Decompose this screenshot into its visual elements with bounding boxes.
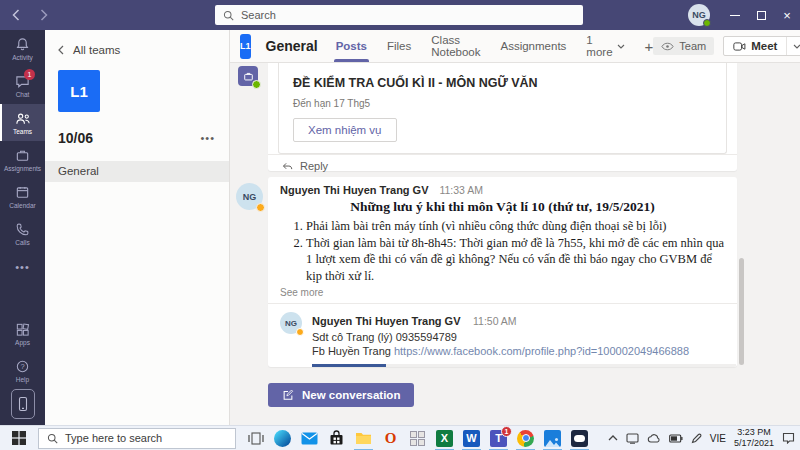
store-icon[interactable]	[323, 426, 350, 450]
sidebar-item-calls[interactable]: Calls	[0, 215, 45, 252]
help-icon: ?	[15, 359, 30, 374]
team-name[interactable]: 10/06	[58, 130, 93, 146]
add-tab-button[interactable]: +	[645, 30, 654, 62]
tab-assignments[interactable]: Assignments	[501, 30, 567, 62]
team-options-icon[interactable]: •••	[200, 132, 215, 144]
rail-more-icon[interactable]: •••	[0, 252, 45, 282]
facebook-link[interactable]: https://www.facebook.com/profile.php?id=…	[394, 345, 689, 357]
onedrive-cloud-icon[interactable]	[647, 433, 661, 443]
taskbar-search-input[interactable]: Type here to search	[38, 428, 236, 449]
teams-icon	[15, 111, 31, 126]
posts-feed: ĐỀ KIỂM TRA CUỐI KÌ II - MÔN NGỮ VĂN Đến…	[230, 63, 800, 425]
zalo-icon[interactable]	[566, 426, 593, 450]
edge-icon[interactable]	[269, 426, 296, 450]
sidebar-item-assignments[interactable]: Assignments	[0, 141, 45, 178]
sidebar-item-chat[interactable]: Chat 1	[0, 67, 45, 104]
post-body-list: Phải làm bài trên máy tính (vì nhiều côn…	[268, 218, 737, 284]
show-hidden-icons-button[interactable]	[608, 435, 618, 441]
author-name[interactable]: Nguyen Thi Huyen Trang GV	[280, 184, 429, 196]
clock[interactable]: 3:23 PM 5/17/2021	[734, 427, 774, 449]
tab-class-notebook[interactable]: Class Notebook	[431, 30, 480, 62]
meet-button[interactable]: Meet	[724, 37, 786, 55]
channel-title: General	[266, 38, 318, 54]
tab-more[interactable]: 1 more	[586, 30, 624, 62]
reply-text-line: Fb Huyền Trang	[312, 345, 391, 357]
search-icon	[223, 10, 234, 21]
assignment-message: ĐỀ KIỂM TRA CUỐI KÌ II - MÔN NGỮ VĂN Đến…	[268, 63, 737, 171]
all-teams-back[interactable]: All teams	[45, 30, 229, 56]
mail-icon[interactable]	[296, 426, 323, 450]
chrome-icon[interactable]	[512, 426, 539, 450]
search-placeholder: Search	[241, 9, 276, 21]
see-more-link[interactable]: See more	[280, 287, 737, 298]
unikey-icon[interactable]	[404, 426, 431, 450]
reply-timestamp: 11:50 AM	[473, 315, 517, 327]
sidebar-item-help[interactable]: ? Help	[0, 352, 45, 389]
close-button[interactable]: ×	[774, 0, 800, 30]
minimize-button[interactable]	[722, 0, 748, 30]
sidebar-item-apps[interactable]: Apps	[0, 315, 45, 352]
teams-title-bar: Search NG ×	[0, 0, 800, 30]
battery-icon[interactable]	[669, 434, 683, 443]
post-list-item: Phải làm bài trên máy tính (vì nhiều côn…	[306, 218, 727, 235]
feed-scrollbar[interactable]	[739, 258, 744, 365]
avatar[interactable]: NG	[688, 4, 710, 26]
post-list-item: Thời gian làm bài từ 8h-8h45: Thời gian …	[306, 235, 727, 285]
assignment-due-date: Đến hạn 17 Thg5	[293, 98, 712, 109]
photos-icon[interactable]	[539, 426, 566, 450]
tab-posts[interactable]: Posts	[336, 30, 367, 62]
office-icon[interactable]: O	[377, 426, 404, 450]
facebook-logo-icon: f	[312, 364, 386, 367]
teams-notification-badge: 1	[501, 426, 512, 437]
reply-button[interactable]: Reply	[268, 154, 737, 177]
phone-icon	[15, 222, 30, 237]
search-input[interactable]: Search	[215, 5, 583, 25]
sidebar-item-teams[interactable]: Teams	[0, 104, 45, 141]
channel-header: L1 General Posts Files Class Notebook As…	[230, 30, 800, 63]
reply-message: NG Nguyen Thi Huyen Trang GV 11:50 AM Sd…	[268, 304, 737, 367]
reply-author-avatar: NG	[280, 312, 302, 334]
cast-display-icon[interactable]	[626, 433, 639, 444]
start-button[interactable]	[0, 426, 38, 450]
chevron-down-icon	[617, 44, 625, 49]
file-explorer-icon[interactable]	[350, 426, 377, 450]
team-avatar-tile[interactable]: L1	[58, 70, 100, 112]
calendar-icon	[15, 185, 30, 200]
sidebar-item-calendar[interactable]: Calendar	[0, 178, 45, 215]
verified-check-icon	[252, 80, 261, 89]
maximize-button[interactable]	[748, 0, 774, 30]
language-indicator[interactable]: VIE	[710, 433, 726, 444]
bell-icon	[15, 37, 30, 52]
team-visibility-button[interactable]: Team	[653, 37, 714, 55]
action-center-icon[interactable]	[782, 432, 795, 444]
nav-forward-icon[interactable]	[40, 9, 48, 21]
assignment-title: ĐỀ KIỂM TRA CUỐI KÌ II - MÔN NGỮ VĂN	[293, 76, 712, 90]
link-preview-card[interactable]: f You're Temporarily Blocked	[312, 364, 736, 367]
author-avatar: NG	[236, 183, 263, 210]
pen-icon[interactable]	[691, 433, 702, 444]
nav-back-icon[interactable]	[12, 9, 20, 21]
chevron-left-icon	[58, 45, 64, 55]
compose-icon	[282, 389, 294, 401]
assignments-bot-avatar	[238, 66, 258, 86]
task-view-button[interactable]	[242, 426, 269, 450]
reply-author-name[interactable]: Nguyen Thi Huyen Trang GV	[312, 315, 461, 327]
sidebar-item-activity[interactable]: Activity	[0, 30, 45, 67]
chat-badge: 1	[24, 69, 35, 80]
search-icon	[47, 433, 58, 444]
reply-arrow-icon	[282, 162, 293, 171]
word-icon[interactable]: W	[458, 426, 485, 450]
channel-item-general[interactable]: General	[45, 161, 229, 182]
assignments-icon	[15, 148, 30, 163]
tab-files[interactable]: Files	[387, 30, 411, 62]
excel-icon[interactable]: X	[431, 426, 458, 450]
view-assignment-button[interactable]: Xem nhiệm vụ	[293, 118, 397, 142]
teams-taskbar-icon[interactable]: T1	[485, 426, 512, 450]
meet-options-button[interactable]	[786, 37, 800, 55]
new-conversation-button[interactable]: New conversation	[268, 383, 414, 407]
eye-icon	[661, 42, 674, 51]
teams-list-panel: All teams L1 10/06 ••• General	[45, 30, 230, 425]
channel-team-tile: L1	[240, 34, 251, 59]
assignment-card: ĐỀ KIỂM TRA CUỐI KÌ II - MÔN NGỮ VĂN Đến…	[278, 63, 727, 154]
mobile-app-icon[interactable]	[11, 389, 35, 419]
